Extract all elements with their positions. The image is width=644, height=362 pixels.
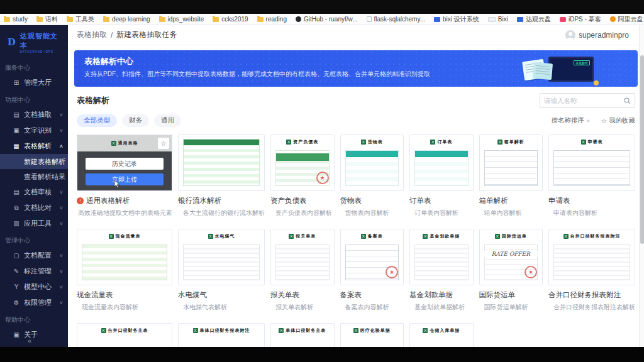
bookmark-item[interactable]: idps_website <box>159 16 204 23</box>
card-thumbnail[interactable]: X订单表 <box>409 134 474 191</box>
card-title: 银行流水解析 <box>178 196 221 206</box>
search-input[interactable] <box>544 97 621 104</box>
my-favorites-button[interactable]: ☆ 我的收藏 <box>601 116 635 125</box>
template-card[interactable]: X资产负债表★资产负债表资产负债表内容解析 <box>270 134 335 217</box>
template-card[interactable]: X备案表★备案表备案表内容解析 <box>340 229 404 312</box>
template-card[interactable]: X合并口径财务报表附注合并口径财务报表附注合并口径财务报表附注表解析 <box>548 229 635 312</box>
sidebar-item-关于[interactable]: ▣关于 <box>0 327 68 343</box>
bookmark-item[interactable]: iDPS - 摹客 <box>560 15 601 24</box>
bookmark-item[interactable]: Bixi <box>488 16 508 23</box>
card-title: 报关单表 <box>270 290 299 300</box>
github-icon <box>296 16 301 22</box>
history-button[interactable]: 历史记录 <box>86 158 164 170</box>
bookmark-item[interactable]: 达观云盘 <box>517 15 551 24</box>
card-thumbnail[interactable]: X基金划款单据 <box>409 229 474 285</box>
sort-dropdown[interactable]: 按名称排序 ˅ <box>551 116 589 125</box>
bookmark-item[interactable]: bixi 设计系统 <box>434 15 479 24</box>
sidebar-item-文档审核[interactable]: ▤文档审核˅ <box>0 184 68 200</box>
excel-icon: X <box>279 328 284 333</box>
card-title: 货物表 <box>340 196 362 206</box>
bookmark-item[interactable]: 工具类 <box>67 15 94 24</box>
template-card[interactable]: X货物表货物表货物表内容解析 <box>340 134 404 217</box>
sidebar-item-文档抽取[interactable]: ▤文档抽取˅ <box>0 107 68 123</box>
card-thumbnail[interactable]: X申请表 <box>548 134 635 191</box>
card-thumbnail[interactable]: X仓储入库单据 <box>409 323 474 347</box>
sidebar-item-文档比对[interactable]: ⧉文档比对˅ <box>0 200 68 216</box>
template-card[interactable]: X箱单解析箱单解析箱单内容解析 <box>479 134 543 217</box>
sidebar-item-表格解析[interactable]: ▦表格解析˄ <box>0 138 68 154</box>
search-icon[interactable] <box>624 97 631 104</box>
card-thumbnail[interactable]: X医疗化验单据 <box>340 323 404 347</box>
upload-button[interactable]: 立即上传 <box>86 173 164 185</box>
card-thumbnail[interactable]: X国际货运单RATE OFFER★ <box>479 229 543 285</box>
sidebar-collapse-icon[interactable]: « <box>28 337 31 344</box>
excel-icon: X <box>495 234 500 239</box>
bookmark-item[interactable]: flask-sqlalchemy... <box>367 16 426 23</box>
template-card[interactable]: 银行流水解析各大主流银行的银行流水解析 <box>178 134 265 217</box>
user-menu[interactable]: superadminpro <box>565 30 629 40</box>
bookmark-item[interactable]: 阿里云盘 <box>610 15 643 24</box>
template-card[interactable]: X订单表订单表订单表内容解析 <box>409 134 474 217</box>
card-thumbnail[interactable]: X水电煤气 <box>178 229 265 285</box>
card-thumbnail[interactable]: X备案表★ <box>340 229 404 285</box>
card-thumbnail[interactable]: X箱单解析 <box>479 134 543 191</box>
card-thumbnail[interactable]: X合并口径财务报表附注 <box>548 229 635 285</box>
card-thumbnail[interactable]: X单体口径财务报表附注 <box>178 323 265 347</box>
filter-pill-财务[interactable]: 财务 <box>122 114 149 127</box>
breadcrumb-root[interactable]: 表格抽取 <box>77 30 107 40</box>
card-thumbnail[interactable]: X单体口径财务主表 <box>270 323 335 347</box>
sidebar-item-应用工具[interactable]: ▥应用工具˅ <box>0 216 68 231</box>
bookmark-item[interactable]: deep learning <box>103 16 150 23</box>
bookmark-item[interactable]: 语料 <box>36 15 58 24</box>
search-box[interactable] <box>540 93 635 108</box>
bookmark-item[interactable]: reading <box>257 16 287 23</box>
sidebar-item-文档配置[interactable]: ▢文档配置˅ <box>0 248 68 263</box>
card-description: 合并口径财务报表附注表解析 <box>548 303 635 312</box>
template-card[interactable]: X仓储入库单据 <box>409 323 474 347</box>
app-logo[interactable]: D 达观智能文本 DATAGRAND IDPS <box>0 25 68 58</box>
template-card[interactable]: X单体口径财务报表附注 <box>178 323 265 347</box>
favorite-star-button[interactable]: ☆ <box>158 138 169 149</box>
sidebar-item-文字识别[interactable]: ▣文字识别˅ <box>0 123 68 138</box>
template-card[interactable]: X现金流量表现金流量表现金流量表内容解析 <box>77 229 172 312</box>
filter-pill-通用[interactable]: 通用 <box>154 114 181 127</box>
template-card[interactable]: X水电煤气水电煤气水电煤气表解析 <box>178 229 265 312</box>
bookmark-item[interactable]: GitHub - ruanyf/w... <box>296 16 358 23</box>
card-thumbnail[interactable] <box>178 134 265 191</box>
bookmark-item[interactable]: study <box>4 16 28 23</box>
thumbnail-table-graphic <box>414 150 469 186</box>
filter-pill-全部类型[interactable]: 全部类型 <box>77 114 117 127</box>
template-card[interactable]: X通用表格☆历史记录立即上传!通用表格解析高效准确地提取文档中的表格元素 <box>77 134 172 217</box>
template-card[interactable]: X报关单表报关单表报关单表解析 <box>270 229 335 312</box>
sidebar-item-管理大厅[interactable]: ⊞管理大厅 <box>0 75 68 90</box>
template-card[interactable]: X基金划款单据基金划款单据基金划款单据解析 <box>409 229 474 312</box>
card-thumbnail[interactable]: X资产负债表★ <box>270 134 335 191</box>
vertical-scrollbar[interactable] <box>639 25 644 347</box>
template-card[interactable]: X申请表申请表申请表内容解析 <box>548 134 635 217</box>
sidebar-item-label: 模型中心 <box>24 282 52 292</box>
template-card[interactable]: X合并口径财务主表 <box>77 323 172 347</box>
card-description: 水电煤气表解析 <box>178 303 265 312</box>
scrollbar-thumb[interactable] <box>640 55 644 244</box>
thumbnail-title: 申请表 <box>588 139 603 145</box>
sidebar-item-标注管理[interactable]: ✎标注管理˅ <box>0 263 68 279</box>
card-title-row: !通用表格解析 <box>77 196 172 206</box>
template-card[interactable]: X国际货运单RATE OFFER★国际货运单国际货运单解析 <box>479 229 543 312</box>
card-description: 资产负债表内容解析 <box>270 209 335 217</box>
bookmark-label: 语料 <box>45 15 58 24</box>
sidebar-subitem-新建表格解析[interactable]: 新建表格解析 <box>0 154 68 169</box>
template-card[interactable]: X医疗化验单据 <box>340 323 404 347</box>
excel-icon: X <box>497 140 502 145</box>
bookmark-item[interactable]: ccks2019 <box>213 16 248 23</box>
card-thumbnail[interactable]: X现金流量表 <box>77 229 172 285</box>
sidebar-item-模型中心[interactable]: Y模型中心˅ <box>0 279 68 295</box>
card-thumbnail[interactable]: X合并口径财务主表 <box>77 323 172 347</box>
card-thumbnail[interactable]: X报关单表 <box>270 229 335 285</box>
sidebar-subitem-查看解析结果[interactable]: 查看解析结果 <box>0 169 68 184</box>
red-stamp-icon: ★ <box>386 266 398 278</box>
sidebar-item-权限管理[interactable]: ⚙权限管理˅ <box>0 295 68 310</box>
card-thumbnail[interactable]: X通用表格☆历史记录立即上传 <box>77 134 172 191</box>
card-title-row: 合并口径财务报表附注 <box>548 290 635 300</box>
card-thumbnail[interactable]: X货物表 <box>340 134 404 191</box>
template-card[interactable]: X单体口径财务主表 <box>270 323 335 347</box>
